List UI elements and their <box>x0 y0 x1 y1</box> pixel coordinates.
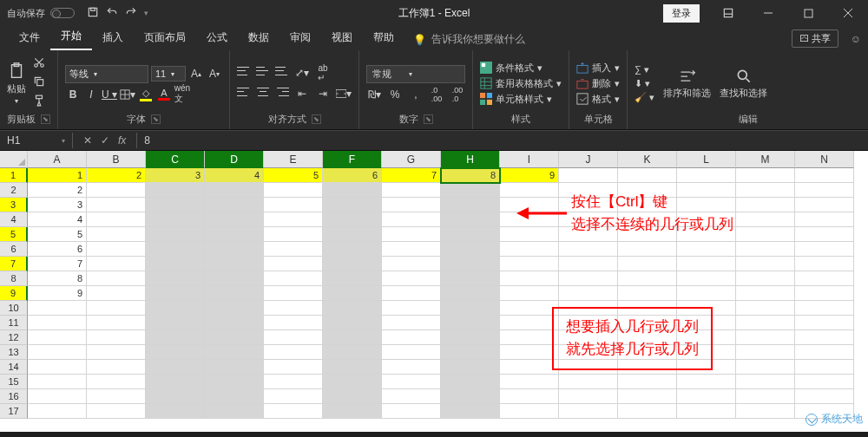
format-table-button[interactable]: 套用表格格式 ▾ <box>480 77 562 90</box>
cell-E6[interactable] <box>264 242 323 257</box>
cell-A5[interactable]: 5 <box>28 227 87 242</box>
col-header-F[interactable]: F <box>323 151 382 168</box>
cell-C16[interactable] <box>146 389 205 404</box>
cell-F6[interactable] <box>323 242 382 257</box>
cut-icon[interactable] <box>33 56 45 72</box>
cell-E15[interactable] <box>264 375 323 389</box>
cell-E13[interactable] <box>264 345 323 360</box>
cell-M11[interactable] <box>736 316 795 330</box>
cell-A8[interactable]: 8 <box>28 271 87 286</box>
cell-B1[interactable]: 2 <box>87 168 146 183</box>
cell-D13[interactable] <box>205 345 264 360</box>
cell-I1[interactable]: 9 <box>500 168 559 183</box>
insert-button[interactable]: 插入 ▾ <box>576 62 620 75</box>
cell-I17[interactable] <box>500 404 559 419</box>
cell-B4[interactable] <box>87 212 146 227</box>
tab-layout[interactable]: 页面布局 <box>134 25 196 50</box>
cell-K1[interactable] <box>618 168 677 183</box>
cell-G15[interactable] <box>382 375 441 389</box>
row-header-11[interactable]: 11 <box>0 316 28 330</box>
login-button[interactable]: 登录 <box>663 4 700 23</box>
cell-J6[interactable] <box>559 242 618 257</box>
conditional-format-button[interactable]: 条件格式 ▾ <box>480 62 562 75</box>
cell-L7[interactable] <box>677 257 736 271</box>
currency-icon[interactable]: ₪▾ <box>366 87 382 102</box>
cell-C14[interactable] <box>146 360 205 375</box>
cell-H16[interactable] <box>441 389 500 404</box>
close-icon[interactable] <box>828 0 868 26</box>
align-middle-icon[interactable] <box>256 65 270 77</box>
cell-B5[interactable] <box>87 227 146 242</box>
cell-J9[interactable] <box>559 286 618 301</box>
row-header-8[interactable]: 8 <box>0 271 28 286</box>
minimize-icon[interactable] <box>748 0 788 26</box>
italic-button[interactable]: I <box>83 87 99 102</box>
cell-F7[interactable] <box>323 257 382 271</box>
cell-M4[interactable] <box>736 212 795 227</box>
cell-A9[interactable]: 9 <box>28 286 87 301</box>
cell-E14[interactable] <box>264 360 323 375</box>
cell-A2[interactable]: 2 <box>28 183 87 198</box>
cell-M3[interactable] <box>736 198 795 212</box>
cell-J1[interactable] <box>559 168 618 183</box>
cell-G11[interactable] <box>382 316 441 330</box>
cell-D15[interactable] <box>205 375 264 389</box>
cell-B11[interactable] <box>87 316 146 330</box>
cell-N4[interactable] <box>795 212 854 227</box>
border-button[interactable]: ▾ <box>120 87 135 102</box>
cell-N9[interactable] <box>795 286 854 301</box>
cell-N16[interactable] <box>795 389 854 404</box>
cell-M14[interactable] <box>736 360 795 375</box>
cell-B14[interactable] <box>87 360 146 375</box>
wrap-text-icon[interactable]: ab↵ <box>315 65 331 81</box>
cell-K9[interactable] <box>618 286 677 301</box>
col-header-A[interactable]: A <box>28 151 87 168</box>
grow-font-icon[interactable]: A▴ <box>188 66 204 82</box>
phonetic-button[interactable]: wén文 <box>174 87 190 102</box>
sort-filter-button[interactable]: 排序和筛选 <box>663 68 711 100</box>
col-header-K[interactable]: K <box>618 151 677 168</box>
cell-E2[interactable] <box>264 183 323 198</box>
cell-L15[interactable] <box>677 375 736 389</box>
row-header-3[interactable]: 3 <box>0 198 28 212</box>
cell-E10[interactable] <box>264 301 323 316</box>
col-header-H[interactable]: H <box>441 151 500 168</box>
cell-F5[interactable] <box>323 227 382 242</box>
cell-E17[interactable] <box>264 404 323 419</box>
cell-G17[interactable] <box>382 404 441 419</box>
cell-F9[interactable] <box>323 286 382 301</box>
format-painter-icon[interactable] <box>33 95 45 110</box>
cell-H12[interactable] <box>441 330 500 345</box>
row-header-17[interactable]: 17 <box>0 404 28 419</box>
cell-B7[interactable] <box>87 257 146 271</box>
cell-B10[interactable] <box>87 301 146 316</box>
cell-F14[interactable] <box>323 360 382 375</box>
row-header-7[interactable]: 7 <box>0 257 28 271</box>
row-header-2[interactable]: 2 <box>0 183 28 198</box>
col-header-G[interactable]: G <box>382 151 441 168</box>
cell-D11[interactable] <box>205 316 264 330</box>
tab-formulas[interactable]: 公式 <box>196 25 238 50</box>
cell-M5[interactable] <box>736 227 795 242</box>
cell-N11[interactable] <box>795 316 854 330</box>
cell-C15[interactable] <box>146 375 205 389</box>
undo-icon[interactable] <box>106 6 118 20</box>
cell-F1[interactable]: 6 <box>323 168 382 183</box>
cell-F3[interactable] <box>323 198 382 212</box>
cell-B2[interactable] <box>87 183 146 198</box>
cell-A14[interactable] <box>28 360 87 375</box>
cell-B8[interactable] <box>87 271 146 286</box>
cell-N12[interactable] <box>795 330 854 345</box>
row-headers[interactable]: 1234567891011121314151617 <box>0 168 28 419</box>
cell-I13[interactable] <box>500 345 559 360</box>
cell-N6[interactable] <box>795 242 854 257</box>
cell-A10[interactable] <box>28 301 87 316</box>
cell-I5[interactable] <box>500 227 559 242</box>
col-header-C[interactable]: C <box>146 151 205 168</box>
cell-I15[interactable] <box>500 375 559 389</box>
row-header-6[interactable]: 6 <box>0 242 28 257</box>
share-button[interactable]: ⮹ 共享 <box>792 29 838 48</box>
cell-H17[interactable] <box>441 404 500 419</box>
cell-E7[interactable] <box>264 257 323 271</box>
cell-D9[interactable] <box>205 286 264 301</box>
